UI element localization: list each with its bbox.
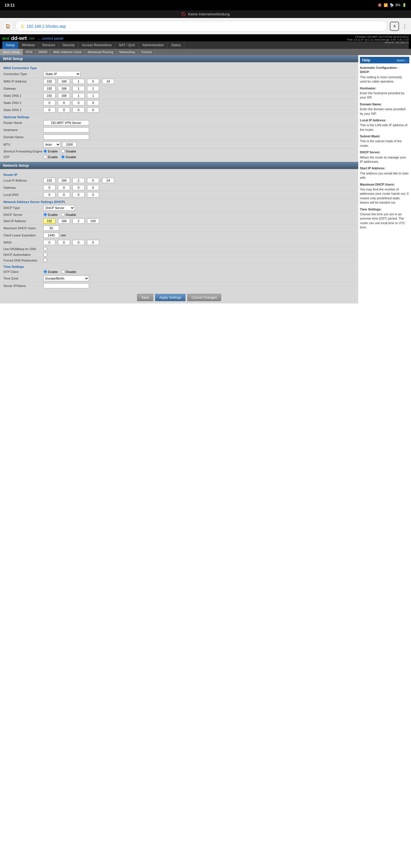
stp-disable-label[interactable]: Disable <box>61 155 76 159</box>
apply-settings-button[interactable]: Apply Settings <box>155 294 186 301</box>
dns2-a[interactable] <box>43 100 55 105</box>
shortcut-disable-label[interactable]: Disable <box>61 149 76 153</box>
local-dns-b[interactable] <box>58 192 70 197</box>
local-ip-d[interactable] <box>87 178 99 183</box>
nav-tab-security[interactable]: Security <box>59 41 78 49</box>
local-gw-d[interactable] <box>87 185 99 190</box>
sub-tab-tunnels[interactable]: Tunnels <box>138 49 155 55</box>
local-ip-cidr[interactable] <box>102 178 114 183</box>
dns3-a[interactable] <box>43 107 55 113</box>
dns3-d[interactable] <box>87 107 99 113</box>
dns2-d[interactable] <box>87 100 99 105</box>
local-dns-c[interactable] <box>72 192 85 197</box>
lease-expiration-group: Client Lease Expiration min <box>2 232 356 239</box>
stp-disable-radio[interactable] <box>61 155 65 159</box>
ntp-disable-radio[interactable] <box>61 270 65 274</box>
dns3-c[interactable] <box>72 107 85 113</box>
server-ip-input[interactable] <box>43 283 89 288</box>
use-dnsmasq-checkbox[interactable] <box>43 247 47 251</box>
shortcut-enable-label[interactable]: Enable <box>43 149 58 153</box>
tab-count[interactable]: 4 <box>390 22 399 31</box>
dns1-d[interactable] <box>87 93 99 98</box>
local-ip-c[interactable] <box>72 178 85 183</box>
domain-name-input[interactable] <box>43 134 89 140</box>
cancel-changes-button[interactable]: Cancel Changes <box>187 294 221 301</box>
ntp-enable-radio[interactable] <box>43 270 47 274</box>
dns2-c[interactable] <box>72 100 85 105</box>
dhcp-enable-radio[interactable] <box>43 213 47 216</box>
dhcp-type-select[interactable]: DHCP Server DHCP Forwarder Disabled <box>43 205 75 211</box>
nav-tab-services[interactable]: Services <box>38 41 59 49</box>
stp-enable-radio[interactable] <box>43 155 47 159</box>
start-ip-b[interactable] <box>58 218 70 223</box>
start-ip-d[interactable] <box>87 218 99 223</box>
nav-tab-administration[interactable]: Administration <box>139 41 167 49</box>
dns3-b[interactable] <box>58 107 70 113</box>
hostname-input[interactable] <box>43 127 89 132</box>
nav-tab-wireless[interactable]: Wireless <box>18 41 38 49</box>
gateway-a[interactable] <box>43 86 55 91</box>
wan-ip-c[interactable] <box>72 79 85 84</box>
wins-c[interactable] <box>72 240 85 245</box>
wan-setup-section: WAN Connection Type Connection Type Stat… <box>0 62 358 162</box>
dns2-b[interactable] <box>58 100 70 105</box>
nav-tab-setup[interactable]: Setup <box>2 41 18 49</box>
sub-tab-mac-address-clone[interactable]: MAC Address Clone <box>51 49 85 55</box>
lease-expiration-input[interactable] <box>43 233 59 238</box>
local-dns-a[interactable] <box>43 192 55 197</box>
start-ip-a[interactable] <box>43 218 55 223</box>
local-ip-a[interactable] <box>43 178 55 183</box>
wins-a[interactable] <box>43 240 55 245</box>
local-ip-b[interactable] <box>58 178 70 183</box>
ntp-enable-label[interactable]: Enable <box>43 270 58 274</box>
dhcp-disable-label[interactable]: Disable <box>61 213 76 216</box>
dns1-a[interactable] <box>43 93 55 98</box>
wan-ip-a[interactable] <box>43 79 55 84</box>
wan-gateway-group: Gateway . . . <box>2 85 356 92</box>
nav-tab-nat-qos[interactable]: NAT / QoS <box>115 41 139 49</box>
nav-tab-access-restrictions[interactable]: Access Restrictions <box>78 41 116 49</box>
local-dns-d[interactable] <box>87 192 99 197</box>
address-bar[interactable]: ⚠ 192.168.2.5/index.asp <box>15 21 387 31</box>
local-gw-a[interactable] <box>43 185 55 190</box>
wins-d[interactable] <box>87 240 99 245</box>
no-internet-text: Keine Internetverbindung <box>188 12 229 16</box>
dhcp-enable-label[interactable]: Enable <box>43 213 58 216</box>
ntp-disable-label[interactable]: Disable <box>61 270 76 274</box>
sub-tab-ddns[interactable]: DDNS <box>36 49 51 55</box>
gateway-d[interactable] <box>87 86 99 91</box>
local-gw-b[interactable] <box>58 185 70 190</box>
router-name-input[interactable] <box>43 120 89 125</box>
help-more-link[interactable]: more... <box>397 59 407 62</box>
sub-tab-basic-setup[interactable]: Basic Setup <box>0 49 23 55</box>
max-users-input[interactable] <box>43 225 59 231</box>
mtu-value-input[interactable] <box>62 142 76 147</box>
mtu-type-select[interactable]: Auto Manual <box>43 142 61 147</box>
shortcut-disable-radio[interactable] <box>61 149 65 153</box>
save-button[interactable]: Save <box>137 294 153 301</box>
stp-enable-label[interactable]: Enable <box>43 155 58 159</box>
dhcp-auth-checkbox[interactable] <box>43 253 47 256</box>
domain-name-group: Domain Name <box>2 134 356 141</box>
wins-b[interactable] <box>58 240 70 245</box>
wan-ip-b[interactable] <box>58 79 70 84</box>
dns1-c[interactable] <box>72 93 85 98</box>
timezone-select[interactable]: Europe/Berlin UTC America/New_York Ameri… <box>43 276 89 281</box>
local-gw-c[interactable] <box>72 185 85 190</box>
dhcp-disable-radio[interactable] <box>61 213 65 216</box>
nav-tab-status[interactable]: Status <box>167 41 184 49</box>
wan-ip-cidr[interactable] <box>102 79 114 84</box>
sub-tab-advanced-routing[interactable]: Advanced Routing <box>85 49 117 55</box>
menu-button[interactable]: ⋮ <box>402 23 408 30</box>
shortcut-enable-radio[interactable] <box>43 149 47 153</box>
dns1-b[interactable] <box>58 93 70 98</box>
sub-tab-networking[interactable]: Networking <box>117 49 138 55</box>
gateway-b[interactable] <box>58 86 70 91</box>
gateway-c[interactable] <box>72 86 85 91</box>
forced-dns-checkbox[interactable] <box>43 258 47 262</box>
sub-tab-ipv6[interactable]: IPV6 <box>23 49 36 55</box>
start-ip-c[interactable] <box>72 218 85 223</box>
home-button[interactable]: 🏠 <box>3 22 12 31</box>
wan-ip-d[interactable] <box>87 79 99 84</box>
connection-type-select[interactable]: Static IP Automatic Config - DHCP PPPoE <box>43 71 81 77</box>
